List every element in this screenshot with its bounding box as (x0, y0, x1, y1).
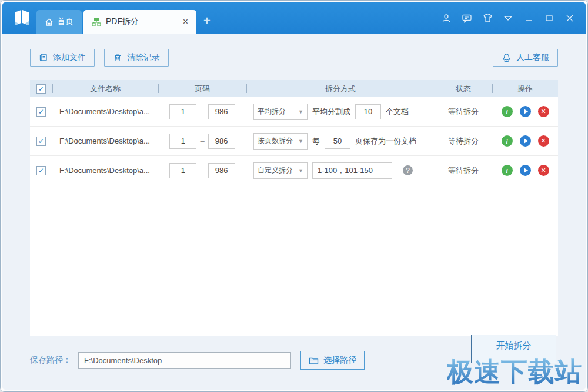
main-content: 添加文件 清除记录 人工客服 ✓ 文件名称 页码 (2, 34, 586, 390)
page-from-input[interactable] (169, 134, 196, 149)
info-icon[interactable]: i (502, 106, 513, 117)
split-count-input[interactable] (325, 134, 350, 149)
page-range-dash: – (200, 137, 204, 145)
folder-icon (309, 356, 319, 365)
split-mode-value: 自定义拆分 (258, 165, 298, 175)
close-button[interactable] (563, 12, 576, 25)
row-checkbox[interactable]: ✓ (36, 137, 46, 146)
titlebar-icons (440, 2, 576, 34)
minimize-button[interactable] (522, 12, 535, 25)
split-mode-dropdown[interactable]: 平均拆分 ▼ (253, 104, 308, 120)
chevron-down-icon: ▼ (298, 168, 303, 174)
titlebar: 首页 PDF拆分 × + (2, 2, 586, 34)
file-path: F:\Documents\Desktop\a... (52, 156, 158, 185)
custom-range-input[interactable] (312, 162, 392, 179)
table-row: ✓ F:\Documents\Desktop\a... – 自定义拆分 ▼ ? (30, 156, 558, 185)
split-detail-suffix: 个文档 (386, 107, 409, 117)
status-text: 等待拆分 (448, 136, 479, 147)
header-split-mode: 拆分方式 (246, 80, 435, 97)
file-path: F:\Documents\Desktop\a... (52, 97, 158, 126)
trash-icon (113, 53, 122, 62)
header-page: 页码 (158, 80, 246, 97)
split-detail-prefix: 平均分割成 (312, 107, 350, 117)
add-files-label: 添加文件 (53, 52, 86, 63)
page-range-dash: – (200, 166, 204, 175)
status-text: 等待拆分 (448, 107, 479, 117)
home-icon (45, 18, 54, 26)
split-mode-value: 按页数拆分 (258, 136, 298, 146)
split-count-input[interactable] (355, 104, 381, 119)
table-row: ✓ F:\Documents\Desktop\a... – 按页数拆分 ▼ 每 (30, 127, 558, 156)
footer-bar: 保存路径： 选择路径 开始拆分 (2, 336, 586, 389)
start-split-button[interactable]: 开始拆分 (471, 335, 556, 363)
select-all-checkbox[interactable]: ✓ (36, 84, 46, 94)
split-mode-dropdown[interactable]: 自定义拆分 ▼ (253, 162, 308, 179)
new-tab-button[interactable]: + (203, 14, 211, 28)
header-operation: 操作 (492, 80, 558, 97)
file-path: F:\Documents\Desktop\a... (52, 127, 158, 155)
toolbar: 添加文件 清除记录 人工客服 (2, 34, 586, 67)
info-icon[interactable]: i (502, 135, 513, 147)
chevron-down-icon: ▼ (298, 138, 303, 144)
file-table: ✓ 文件名称 页码 拆分方式 状态 操作 ✓ F:\Documents\Desk… (30, 80, 558, 336)
skin-icon[interactable] (481, 12, 494, 25)
user-icon[interactable] (440, 12, 453, 25)
tab-close-icon[interactable]: × (183, 17, 188, 26)
page-from-input[interactable] (169, 104, 196, 119)
split-mode-value: 平均拆分 (258, 107, 298, 117)
tab-pdf-split[interactable]: PDF拆分 × (83, 10, 196, 34)
qq-service-icon (502, 53, 512, 63)
header-file-name: 文件名称 (52, 80, 158, 97)
page-range-dash: – (200, 107, 204, 116)
choose-path-button[interactable]: 选择路径 (300, 351, 365, 370)
page-to-input[interactable] (208, 163, 235, 178)
save-path-input[interactable] (78, 352, 291, 369)
header-status: 状态 (435, 80, 492, 97)
delete-icon[interactable]: ✕ (538, 165, 549, 176)
play-icon[interactable] (520, 106, 531, 117)
tab-bar: 首页 PDF拆分 × + (36, 2, 211, 34)
save-path-label: 保存路径： (30, 355, 71, 366)
row-checkbox[interactable]: ✓ (36, 107, 46, 117)
customer-service-button[interactable]: 人工客服 (493, 49, 558, 67)
help-icon[interactable]: ? (403, 165, 413, 175)
tab-home-label: 首页 (57, 16, 74, 27)
play-icon[interactable] (520, 135, 531, 147)
app-logo-icon (11, 8, 32, 29)
page-to-input[interactable] (208, 134, 235, 149)
tab-home[interactable]: 首页 (36, 10, 82, 34)
add-file-icon (39, 53, 48, 62)
customer-service-label: 人工客服 (516, 52, 549, 63)
app-window: 首页 PDF拆分 × + (0, 0, 588, 392)
page-to-input[interactable] (208, 104, 235, 119)
row-checkbox[interactable]: ✓ (36, 166, 46, 175)
status-text: 等待拆分 (448, 165, 479, 176)
page-from-input[interactable] (169, 163, 196, 178)
message-icon[interactable] (460, 12, 473, 25)
info-icon[interactable]: i (502, 165, 513, 176)
menu-triangle-icon[interactable] (502, 12, 514, 25)
chevron-down-icon: ▼ (298, 109, 303, 115)
split-tree-icon (92, 17, 101, 26)
choose-path-label: 选择路径 (323, 355, 356, 366)
add-files-button[interactable]: 添加文件 (30, 49, 95, 67)
delete-icon[interactable]: ✕ (538, 106, 549, 117)
split-detail-suffix: 页保存为一份文档 (355, 136, 416, 147)
clear-records-button[interactable]: 清除记录 (104, 49, 169, 67)
maximize-button[interactable] (543, 12, 556, 25)
tab-pdf-split-label: PDF拆分 (106, 16, 139, 27)
table-row: ✓ F:\Documents\Desktop\a... – 平均拆分 ▼ 平均分… (30, 97, 558, 127)
split-detail-prefix: 每 (312, 136, 320, 147)
table-header: ✓ 文件名称 页码 拆分方式 状态 操作 (30, 80, 558, 97)
play-icon[interactable] (520, 165, 531, 176)
clear-records-label: 清除记录 (127, 52, 160, 63)
split-mode-dropdown[interactable]: 按页数拆分 ▼ (253, 133, 308, 150)
delete-icon[interactable]: ✕ (538, 135, 549, 147)
